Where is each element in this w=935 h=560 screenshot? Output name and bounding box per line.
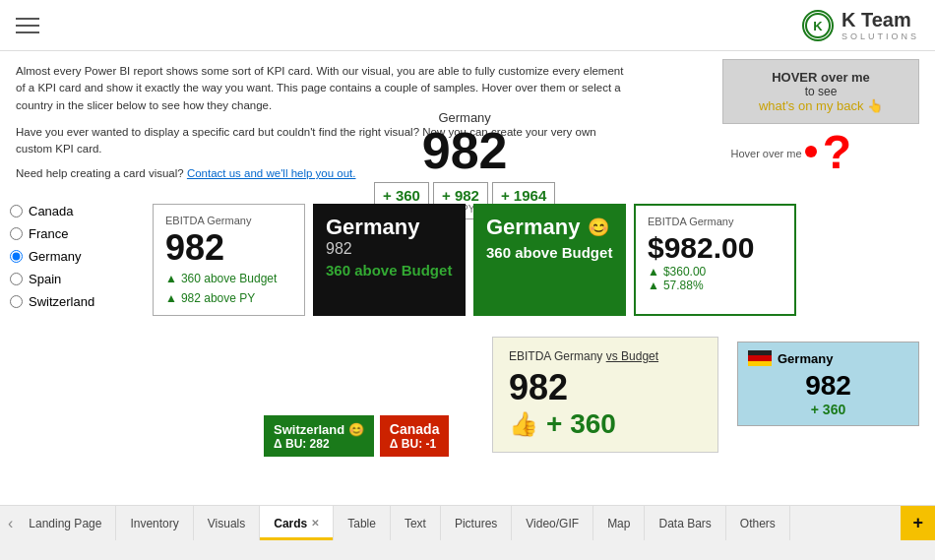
- logo-text: K Team SOLUTIONS: [842, 9, 919, 41]
- nav-prev-button[interactable]: ‹: [0, 506, 21, 540]
- tab-landing-page[interactable]: Landing Page: [21, 506, 116, 540]
- card1-delta2: ▲ 982 above PY: [165, 291, 292, 305]
- card1-delta1: ▲ 360 above Budget: [165, 272, 292, 285]
- hamburger-icon[interactable]: [16, 12, 43, 39]
- logo-icon: K: [802, 10, 834, 41]
- smiley-icon: 😊: [588, 217, 609, 238]
- thumbup-icon: 👍: [509, 410, 538, 438]
- card-black[interactable]: Germany 982 360 above Budget: [313, 204, 466, 316]
- switzerland-label: Switzerland 😊 Δ BU: 282: [274, 422, 364, 451]
- flag-card-delta: + 360: [748, 402, 908, 417]
- hover-over-label: Hover over me: [730, 146, 816, 159]
- radio-switzerland[interactable]: Switzerland: [10, 294, 94, 309]
- hover-box-sub: to see: [733, 85, 908, 98]
- card2-title: Germany: [326, 215, 453, 240]
- radio-spain[interactable]: Spain: [10, 272, 94, 286]
- hover-box[interactable]: HOVER over me to see what's on my back 👆: [722, 59, 919, 124]
- bottom-cards-row: Switzerland 😊 Δ BU: 282 Canada Δ BU: -1: [264, 415, 449, 457]
- center-ebitda-card[interactable]: EBITDA Germany vs Budget 982 👍 + 360: [492, 337, 718, 453]
- flag-card-value: 982: [748, 370, 908, 402]
- card4-delta1: ▲$360.00: [648, 265, 782, 279]
- flag-card-header: Germany: [748, 350, 908, 366]
- card2-delta: 360 above Budget: [326, 262, 453, 279]
- card-green[interactable]: Germany 😊 360 above Budget: [473, 204, 626, 316]
- germany-flag-icon: [748, 350, 772, 366]
- contact-link[interactable]: Contact us and we'll help you out.: [187, 167, 356, 179]
- nav-tabs-bar: ‹ Landing Page Inventory Visuals Cards ✕…: [0, 505, 935, 540]
- card-ebitda-border[interactable]: EBITDA Germany $982.00 ▲$360.00 ▲57.88%: [634, 204, 796, 316]
- center-card-value: 982: [509, 367, 702, 408]
- main-kpi-value: 982: [374, 125, 555, 176]
- tab-visuals[interactable]: Visuals: [194, 506, 260, 540]
- intro-para1: Almost every Power BI report shows some …: [16, 63, 624, 114]
- svg-text:K: K: [813, 19, 823, 33]
- hover-box-title: HOVER over me: [733, 70, 908, 85]
- tab-map[interactable]: Map: [593, 506, 645, 540]
- card-canada-red[interactable]: Canada Δ BU: -1: [380, 415, 450, 457]
- main-content: Almost every Power BI report shows some …: [0, 51, 935, 540]
- radio-france[interactable]: France: [10, 226, 94, 241]
- flag-card-country: Germany: [778, 351, 833, 366]
- card4-delta2: ▲57.88%: [648, 279, 782, 292]
- country-radio-group: Canada France Germany Spain Switzerland: [10, 204, 94, 317]
- tab-cards[interactable]: Cards ✕: [260, 506, 334, 540]
- card-ebitda-white[interactable]: EBITDA Germany 982 ▲ 360 above Budget ▲ …: [153, 204, 305, 316]
- card3-title: Germany: [486, 215, 580, 240]
- add-tab-button[interactable]: +: [901, 506, 935, 540]
- radio-germany[interactable]: Germany: [10, 249, 94, 264]
- cards-row: EBITDA Germany 982 ▲ 360 above Budget ▲ …: [153, 204, 796, 316]
- card2-value: 982: [326, 240, 453, 258]
- card4-value: $982.00: [648, 231, 782, 265]
- header: K K Team SOLUTIONS: [0, 0, 935, 51]
- card3-delta: 360 above Budget: [486, 244, 613, 261]
- hover-box-gold: what's on my back 👆: [733, 98, 908, 113]
- flag-card-germany[interactable]: Germany 982 + 360: [737, 342, 919, 426]
- canada-label: Canada Δ BU: -1: [390, 421, 440, 451]
- close-cards-tab-icon[interactable]: ✕: [311, 518, 319, 529]
- card-switzerland-green[interactable]: Switzerland 😊 Δ BU: 282: [264, 415, 374, 457]
- card1-value: 982: [165, 230, 292, 266]
- tab-video-gif[interactable]: Video/GIF: [512, 506, 593, 540]
- center-card-delta: 👍 + 360: [509, 408, 702, 440]
- center-card-title: EBITDA Germany vs Budget: [509, 349, 702, 363]
- tab-text[interactable]: Text: [391, 506, 441, 540]
- tab-pictures[interactable]: Pictures: [441, 506, 512, 540]
- question-area[interactable]: Hover over me ?: [730, 125, 851, 179]
- question-mark-icon: ?: [823, 125, 851, 179]
- tab-table[interactable]: Table: [334, 506, 391, 540]
- card1-title: EBITDA Germany: [165, 215, 292, 226]
- card3-header: Germany 😊: [486, 215, 613, 240]
- tab-others[interactable]: Others: [726, 506, 790, 540]
- header-left: [16, 12, 43, 39]
- logo-area: K K Team SOLUTIONS: [802, 9, 919, 41]
- card4-title: EBITDA Germany: [648, 216, 782, 227]
- radio-canada[interactable]: Canada: [10, 204, 94, 218]
- tab-inventory[interactable]: Inventory: [116, 506, 193, 540]
- tab-data-bars[interactable]: Data Bars: [645, 506, 725, 540]
